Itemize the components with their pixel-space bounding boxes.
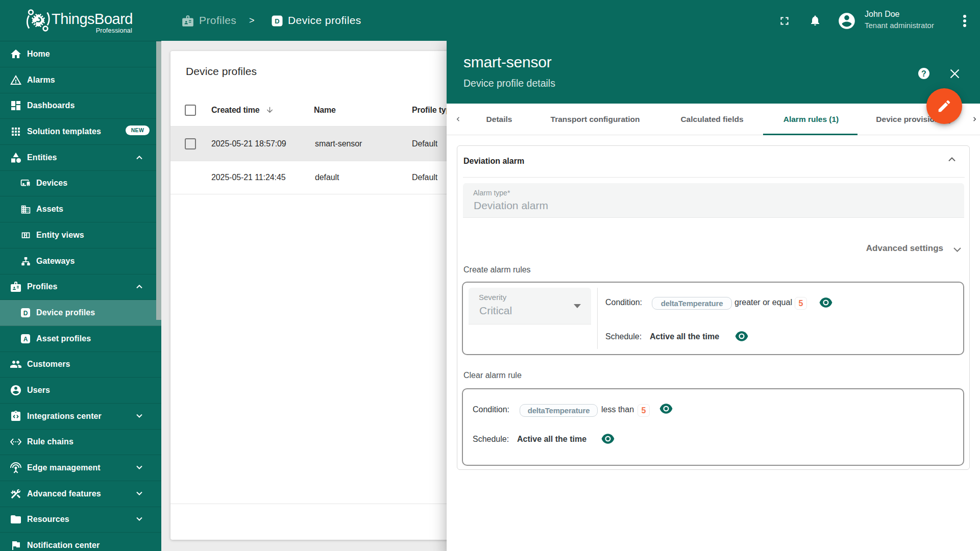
svg-text:?: ? <box>921 69 926 78</box>
svg-text:D: D <box>23 310 28 317</box>
svg-text:A: A <box>23 336 28 343</box>
svg-text:D: D <box>275 17 279 25</box>
